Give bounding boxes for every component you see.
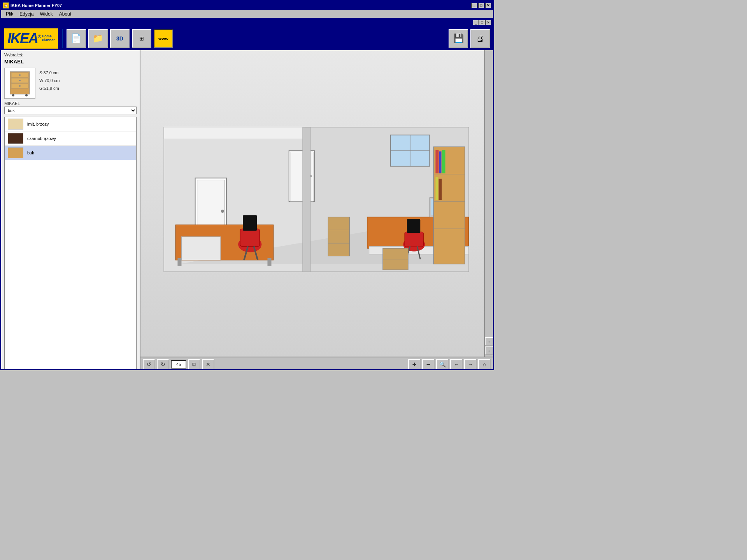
svg-point-7 [12,94,14,96]
pan-right-button[interactable]: → [464,359,477,370]
home-view-button[interactable]: ⌂ [478,359,491,370]
3d-view[interactable]: ↑ ↓ [140,50,493,357]
svg-rect-29 [181,236,220,260]
toolbar: IKEA® Home Planner 📄 📁 3D ⊞ www 💾 🖨 [1,27,493,50]
maximize-button[interactable]: □ [478,3,484,8]
minimize-button[interactable]: _ [471,3,477,8]
inner-close-button[interactable]: ✕ [485,20,491,25]
ikea-sub-title: Home Planner [42,35,55,42]
save-button[interactable]: 💾 [449,29,468,48]
right-panel: ↑ ↓ ↺ ↻ ⧉ ✕ + − 🔍 ← → ⌂ [140,50,493,370]
svg-rect-54 [405,232,423,247]
menu-bar: Plik Edycja Widok About [1,10,493,18]
rotation-input[interactable] [171,360,186,369]
item-dimensions: S:37,0 cm W:70,0 cm G:51,9 cm [39,68,60,92]
toolbar-separator [62,29,63,48]
selected-name: MIKAEL [1,58,140,66]
color-name-dark: czarnobrązowy [27,136,56,141]
redo-button[interactable]: ↻ [157,359,169,370]
pan-left-button[interactable]: ← [450,359,463,370]
right-scrollbar: ↑ ↓ [484,50,493,357]
main-area: Wybrałeś: MIKAEL [1,50,493,370]
color-swatch-beech [8,147,23,158]
title-bar: 🏠 IKEA Home Planner FY07 _ □ ✕ [1,1,493,10]
open-button[interactable]: 📁 [88,29,108,48]
svg-rect-35 [328,217,349,256]
svg-point-4 [19,80,21,81]
dim-s: S:37,0 cm [39,69,60,77]
color-swatch-birch [8,119,23,130]
color-item-beech[interactable]: buk [5,146,136,160]
svg-point-18 [221,210,224,213]
selected-label: Wybrałeś: [1,50,140,58]
svg-point-2 [19,74,21,76]
svg-point-6 [19,85,21,87]
variant-row: MIKAEL buk [1,100,140,115]
svg-marker-14 [164,127,305,139]
color-name-birch: imit. brzozy [27,122,49,126]
svg-rect-32 [243,215,257,231]
color-item-dark[interactable]: czarnobrązowy [5,131,136,146]
menu-view[interactable]: Widok [37,10,56,18]
inner-restore-button[interactable]: □ [479,20,485,25]
window-title: IKEA Home Planner FY07 [11,3,62,8]
svg-rect-27 [177,258,181,266]
svg-rect-55 [407,219,420,233]
3d-button[interactable]: 3D [110,29,130,48]
inner-title-bar: _ □ ✕ [1,18,493,27]
svg-point-8 [25,94,28,96]
3d-scene [140,50,484,357]
menu-edit[interactable]: Edycja [16,10,37,18]
www-button[interactable]: www [154,29,173,48]
svg-rect-25 [303,127,310,272]
color-swatch-dark [8,133,23,144]
variant-dropdown[interactable]: buk [4,107,137,114]
copy-button[interactable]: ⧉ [188,359,200,370]
view-controls-bar: ↺ ↻ ⧉ ✕ + − 🔍 ← → ⌂ [140,357,493,370]
color-item-birch[interactable]: imit. brzozy [5,117,136,131]
scroll-up-button[interactable]: ↑ [485,337,493,346]
dim-w: W:70,0 cm [39,77,60,85]
color-list: imit. brzozy czarnobrązowy buk [4,117,137,370]
svg-rect-49 [439,151,441,173]
svg-rect-52 [438,179,442,200]
svg-rect-51 [435,177,438,200]
svg-rect-58 [383,248,408,270]
svg-rect-31 [240,229,260,246]
svg-rect-28 [267,258,271,266]
inner-minimize-button[interactable]: _ [473,20,479,25]
item-preview: S:37,0 cm W:70,0 cm G:51,9 cm [1,66,140,100]
variant-name: MIKAEL [4,101,137,106]
left-panel: Wybrałeś: MIKAEL [1,50,140,370]
menu-file[interactable]: Plik [3,10,16,18]
app-icon: 🏠 [3,2,9,9]
grid-button[interactable]: ⊞ [132,29,151,48]
zoom-out-button[interactable]: − [422,359,435,370]
zoom-fit-button[interactable]: 🔍 [436,359,449,370]
delete-button[interactable]: ✕ [202,359,214,370]
zoom-in-button[interactable]: + [408,359,421,370]
dim-g: G:51,9 cm [39,85,60,93]
item-thumbnail [4,68,35,99]
print-button[interactable]: 🖨 [470,29,490,48]
svg-rect-50 [442,150,445,173]
color-name-beech: buk [27,150,34,155]
scroll-down-button[interactable]: ↓ [485,346,493,355]
svg-rect-48 [435,150,438,173]
ikea-logo: IKEA® [7,30,40,47]
new-button[interactable]: 📄 [67,29,86,48]
menu-about[interactable]: About [56,10,74,18]
undo-button[interactable]: ↺ [143,359,155,370]
close-button[interactable]: ✕ [485,3,491,8]
